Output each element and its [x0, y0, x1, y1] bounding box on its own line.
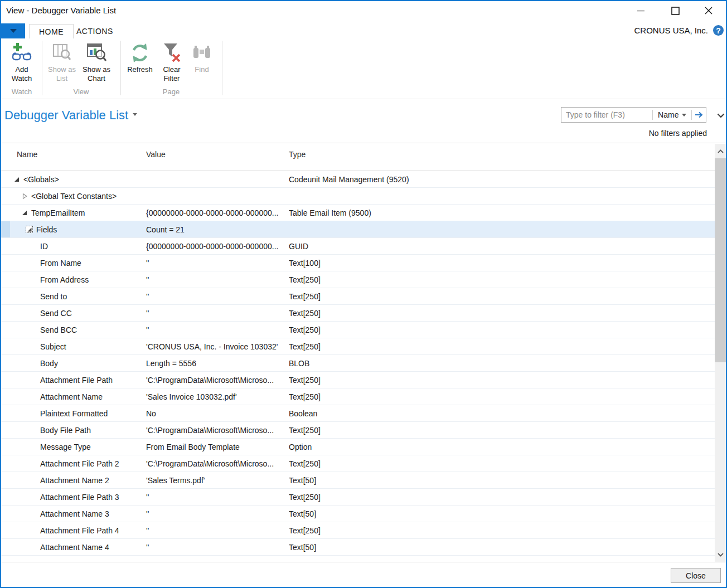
row-type: Text[250] [289, 292, 726, 301]
table-row[interactable]: Send CC '' Text[250] [1, 305, 726, 322]
column-header-name[interactable]: Name [17, 150, 37, 159]
row-value: '' [146, 259, 289, 268]
add-watch-label: Add Watch [6, 65, 38, 83]
expand-icon[interactable] [13, 176, 20, 183]
maximize-icon [671, 7, 680, 15]
maximize-button[interactable] [665, 3, 685, 18]
table-row[interactable]: ID {00000000-0000-0000-0000-000000... GU… [1, 238, 726, 255]
minimize-button[interactable] [631, 3, 651, 18]
row-name: Send CC [40, 309, 72, 318]
row-type: Text[50] [289, 543, 726, 552]
group-separator [42, 41, 42, 95]
table-row[interactable]: From Address '' Text[250] [1, 271, 726, 288]
table-row[interactable]: Fields Count = 21 [1, 221, 726, 238]
table-row[interactable]: Send to '' Text[250] [1, 288, 726, 305]
row-type: Text[250] [289, 392, 726, 401]
group-label-view: View [45, 88, 118, 96]
row-name: From Name [40, 259, 81, 268]
row-type: Boolean [289, 409, 726, 418]
expand-icon[interactable] [21, 192, 28, 200]
row-value: '' [146, 493, 289, 502]
add-watch-icon [6, 41, 38, 65]
filter-status: No filters applied [649, 129, 707, 138]
close-window-button[interactable] [699, 3, 719, 18]
row-value: 'C:\ProgramData\Microsoft\Microso... [146, 376, 289, 385]
table-row[interactable]: Attachment File Path 4 '' Text[250] [1, 522, 726, 539]
scroll-down-button[interactable] [715, 547, 726, 562]
show-as-chart-button[interactable]: Show as Chart [79, 41, 114, 83]
row-value: No [146, 409, 289, 418]
find-icon [187, 41, 216, 65]
column-header-value[interactable]: Value [146, 150, 166, 159]
row-type: Text[250] [289, 426, 726, 435]
filter-field-dropdown[interactable]: Name [653, 110, 691, 119]
close-icon [705, 7, 713, 14]
table-row[interactable]: <Globals> Codeunit Mail Management (9520… [1, 171, 726, 188]
filter-box: Name [561, 107, 706, 123]
table-row[interactable]: Attachment File Path 2 'C:\ProgramData\M… [1, 455, 726, 472]
row-name: Attachment File Path 3 [40, 493, 119, 502]
show-as-list-icon [46, 41, 78, 65]
row-value: Length = 5556 [146, 359, 289, 368]
table-row[interactable]: Plaintext Formatted No Boolean [1, 405, 726, 422]
filter-input[interactable] [561, 108, 652, 122]
row-type: Text[250] [289, 526, 726, 535]
row-value: 'Sales Terms.pdf' [146, 476, 289, 485]
table-row[interactable]: Body File Path 'C:\ProgramData\Microsoft… [1, 422, 726, 439]
chevron-down-icon [717, 113, 725, 118]
row-value: '' [146, 543, 289, 552]
table-row[interactable]: Attachment Name 3 '' Text[50] [1, 506, 726, 522]
table-row[interactable]: Attachment Name 2 'Sales Terms.pdf' Text… [1, 472, 726, 489]
clear-filter-icon [157, 41, 187, 65]
row-type: GUID [289, 242, 726, 251]
table-row[interactable]: Attachment Name 4 '' Text[50] [1, 539, 726, 556]
row-value: 'CRONUS USA, Inc. - Invoice 103032' [146, 342, 289, 351]
table-row[interactable]: Message Type From Email Body Template Op… [1, 439, 726, 455]
table-row[interactable]: Attachment Name 'Sales Invoice 103032.pd… [1, 388, 726, 405]
show-as-list-button: Show as List [46, 41, 78, 83]
application-menu-button[interactable] [1, 23, 25, 38]
ribbon: Add Watch Show as List Show as [1, 38, 726, 99]
table-header: Name Value Type [1, 143, 726, 171]
table-row[interactable]: Body Length = 5556 BLOB [1, 355, 726, 372]
table-row[interactable]: From Name '' Text[100] [1, 255, 726, 271]
column-header-type[interactable]: Type [289, 150, 306, 159]
vertical-scrollbar[interactable] [715, 144, 726, 562]
row-type: Text[250] [289, 309, 726, 318]
row-type: Text[250] [289, 493, 726, 502]
table-row[interactable]: Attachment File Path 3 '' Text[250] [1, 489, 726, 506]
table-row[interactable]: <Global Text Constants> [1, 188, 726, 205]
row-type: Codeunit Mail Management (9520) [289, 175, 726, 184]
help-button[interactable]: ? [713, 25, 724, 36]
filter-pane-toggle[interactable] [715, 111, 726, 120]
scrollbar-thumb[interactable] [715, 158, 726, 362]
question-mark-icon: ? [716, 26, 721, 35]
company-name: CRONUS USA, Inc. [634, 26, 708, 35]
show-as-list-label: Show as List [46, 65, 78, 83]
row-value: '' [146, 292, 289, 301]
fields-grid-icon[interactable] [26, 226, 33, 233]
scroll-up-button[interactable] [715, 144, 726, 158]
row-name: Subject [40, 342, 66, 351]
row-name: TempEmailItem [31, 208, 85, 217]
dropdown-arrow-icon [10, 29, 17, 33]
clear-filter-button[interactable]: Clear Filter [157, 41, 187, 83]
refresh-button[interactable]: Refresh [123, 41, 157, 74]
row-type: Text[100] [289, 259, 726, 268]
apply-filter-button[interactable] [692, 108, 706, 122]
table-row[interactable]: Subject 'CRONUS USA, Inc. - Invoice 1030… [1, 338, 726, 355]
expand-icon[interactable] [21, 209, 28, 216]
find-button: Find [187, 41, 216, 74]
table-row[interactable]: TempEmailItem {00000000-0000-0000-0000-0… [1, 205, 726, 221]
row-name: Attachment Name 4 [40, 543, 109, 552]
table-row[interactable]: Send BCC '' Text[250] [1, 322, 726, 338]
row-type: BLOB [289, 359, 726, 368]
close-button[interactable]: Close [671, 568, 721, 583]
page-title-dropdown-icon[interactable] [133, 113, 137, 116]
add-watch-button[interactable]: Add Watch [6, 41, 38, 83]
variable-table: Name Value Type <Globals> Codeunit Mail … [1, 143, 726, 562]
table-body: <Globals> Codeunit Mail Management (9520… [1, 171, 726, 556]
row-type: Text[250] [289, 342, 726, 351]
tab-actions[interactable]: ACTIONS [67, 24, 123, 38]
table-row[interactable]: Attachment File Path 'C:\ProgramData\Mic… [1, 372, 726, 388]
